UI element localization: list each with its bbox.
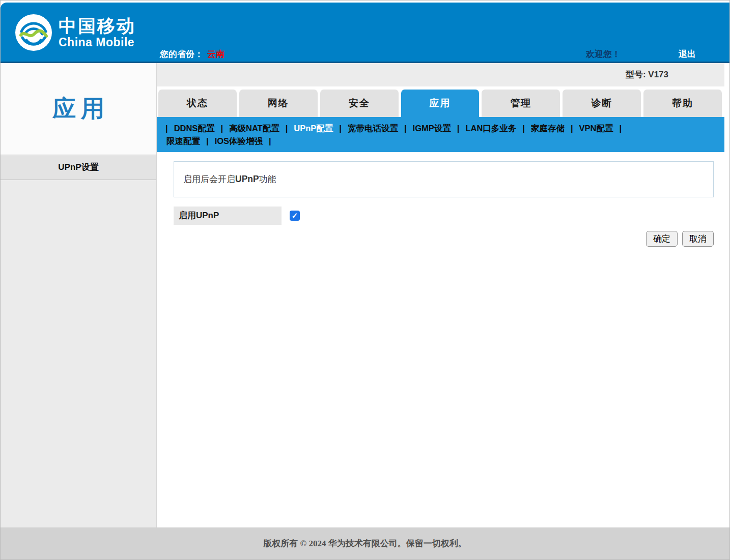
subnav-separator: | (522, 124, 525, 133)
subnav-separator: | (571, 124, 573, 133)
enable-upnp-label-en: UPnP (196, 211, 219, 220)
sidebar-item-upnp-settings[interactable]: UPnP设置 (1, 155, 156, 180)
tab-network[interactable]: 网络 (239, 90, 318, 117)
tab-diagnosis[interactable]: 诊断 (563, 90, 641, 117)
subnav-item-vpn[interactable]: VPN配置 (579, 124, 613, 133)
copyright-text: 版权所有 © 2024 华为技术有限公司。保留一切权利。 (263, 538, 466, 549)
subnav-item-broadband-phone[interactable]: 宽带电话设置 (348, 124, 398, 133)
tab-help[interactable]: 帮助 (643, 90, 722, 117)
content-panel: 启用后会开启UPnP功能 启用UPnP ✓ 确定 取消 (157, 152, 724, 527)
subnav-separator: | (220, 124, 223, 133)
sidebar-filler (1, 180, 156, 527)
subnav-item-ddns[interactable]: DDNS配置 (174, 124, 215, 133)
logout-button[interactable]: 退出 (679, 48, 696, 60)
footer: 版权所有 © 2024 华为技术有限公司。保留一切权利。 (1, 527, 729, 559)
enable-upnp-row: 启用UPnP ✓ (174, 207, 724, 225)
subnav-item-rate-limit[interactable]: 限速配置 (166, 136, 200, 145)
info-text-suffix: 功能 (259, 174, 276, 184)
logo-text-cn: 中国移动 (59, 17, 136, 35)
subnav-separator: | (165, 124, 168, 133)
enable-upnp-label-cn: 启用 (179, 211, 196, 220)
subnav-separator: | (457, 124, 460, 133)
tab-security[interactable]: 安全 (320, 90, 399, 117)
china-mobile-logo-icon (15, 14, 52, 51)
sidebar-section-title: 应用 (47, 93, 109, 125)
tab-application[interactable]: 应用 (401, 90, 480, 117)
body-row: 应用 UPnP设置 型号: V173 状态 网络 安全 应用 管理 诊断 帮助 … (1, 63, 729, 527)
subnav-separator: | (286, 124, 288, 133)
province-label-text: 您的省份： (160, 49, 203, 59)
subnav-item-lan-multi-service[interactable]: LAN口多业务 (465, 124, 516, 133)
welcome-text: 欢迎您！ (586, 48, 621, 60)
upnp-info-box: 启用后会开启UPnP功能 (174, 161, 714, 197)
subnav-separator: | (269, 136, 271, 145)
header: 中国移动 China Mobile 您的省份：云南 欢迎您！ 退出 (1, 3, 729, 63)
tab-management[interactable]: 管理 (482, 90, 560, 117)
header-bottom-bar: 您的省份：云南 欢迎您！ 退出 (1, 48, 729, 61)
enable-upnp-checkbox[interactable]: ✓ (290, 211, 300, 221)
tab-status[interactable]: 状态 (158, 90, 237, 117)
china-mobile-logo: 中国移动 China Mobile (15, 14, 136, 51)
subnav-item-advanced-nat[interactable]: 高级NAT配置 (229, 124, 279, 133)
checkmark-icon: ✓ (292, 211, 298, 220)
subnav-separator: | (620, 124, 622, 133)
enable-upnp-label: 启用UPnP (174, 207, 282, 225)
main-tabs: 状态 网络 安全 应用 管理 诊断 帮助 (157, 90, 724, 117)
action-buttons: 确定 取消 (157, 231, 714, 247)
subnav-separator: | (206, 136, 209, 145)
subnav-item-upnp[interactable]: UPnP配置 (294, 124, 333, 133)
model-label: 型号: V173 (157, 63, 724, 86)
subnav-separator: | (404, 124, 407, 133)
subnav-separator: | (339, 124, 342, 133)
main-column: 型号: V173 状态 网络 安全 应用 管理 诊断 帮助 |DDNS配置|高级… (157, 63, 724, 527)
sidebar: 应用 UPnP设置 (1, 63, 157, 527)
logo-text: 中国移动 China Mobile (59, 17, 136, 48)
subnav-bar: |DDNS配置|高级NAT配置|UPnP配置|宽带电话设置|IGMP设置|LAN… (157, 117, 724, 152)
logo-text-en: China Mobile (59, 37, 136, 48)
router-admin-page: 中国移动 China Mobile 您的省份：云南 欢迎您！ 退出 应用 UPn… (0, 0, 730, 560)
ok-button[interactable]: 确定 (646, 231, 678, 247)
subnav-item-home-storage[interactable]: 家庭存储 (531, 124, 565, 133)
info-text-prefix: 启用后会开启 (183, 174, 235, 184)
subnav-item-igmp[interactable]: IGMP设置 (413, 124, 451, 133)
province-value-link[interactable]: 云南 (207, 49, 224, 59)
sidebar-title-wrap: 应用 (1, 63, 156, 155)
province-label: 您的省份：云南 (160, 48, 224, 60)
subnav-item-ios-experience[interactable]: IOS体验增强 (215, 136, 263, 145)
cancel-button[interactable]: 取消 (682, 231, 714, 247)
info-text-upnp: UPnP (235, 174, 259, 184)
